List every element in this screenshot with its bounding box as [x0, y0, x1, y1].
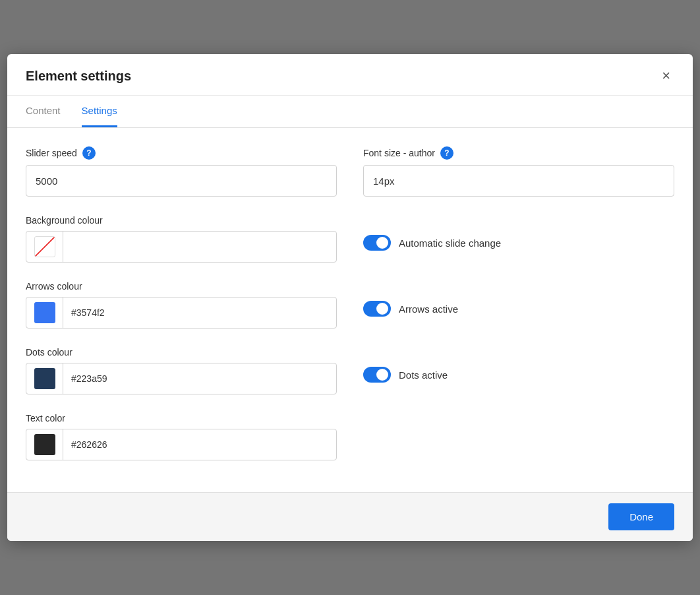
tabs-container: Content Settings	[7, 96, 693, 128]
dots-active-toggle[interactable]	[363, 367, 391, 383]
text-color-input-group	[26, 429, 337, 460]
font-size-label: Font size - author ?	[363, 146, 674, 160]
bg-colour-input-group	[26, 231, 337, 263]
modal-title: Element settings	[26, 69, 131, 84]
close-button[interactable]: ×	[658, 67, 674, 84]
group-dots-active: Dots active	[363, 347, 674, 394]
modal-dialog: Element settings × Content Settings Slid…	[7, 54, 693, 541]
arrows-colour-text-input[interactable]	[63, 298, 336, 328]
slider-speed-input[interactable]	[26, 165, 337, 197]
dots-colour-label: Dots colour	[26, 347, 337, 358]
group-background-colour: Background colour	[26, 215, 337, 263]
done-button[interactable]: Done	[608, 503, 674, 530]
modal-overlay: Element settings × Content Settings Slid…	[0, 0, 700, 595]
arrows-colour-label: Arrows colour	[26, 281, 337, 292]
dots-colour-swatch-inner	[34, 368, 55, 389]
group-arrows-colour: Arrows colour	[26, 281, 337, 329]
auto-slide-toggle[interactable]	[363, 235, 391, 251]
arrows-colour-swatch-inner	[34, 302, 55, 323]
bg-colour-label: Background colour	[26, 215, 337, 226]
dots-colour-text-input[interactable]	[63, 363, 336, 394]
modal-header: Element settings ×	[7, 54, 693, 96]
group-slider-speed: Slider speed ?	[26, 146, 337, 197]
group-arrows-active: Arrows active	[363, 281, 674, 329]
bg-colour-swatch[interactable]	[26, 232, 63, 262]
modal-footer: Done	[7, 492, 693, 541]
font-size-input[interactable]	[363, 165, 674, 197]
text-color-swatch[interactable]	[26, 429, 63, 460]
row-arrows: Arrows colour Ar	[26, 281, 674, 329]
group-empty-right	[363, 413, 674, 460]
tab-settings[interactable]: Settings	[82, 96, 117, 127]
row-bg-auto: Background colour	[26, 215, 674, 263]
arrows-colour-swatch[interactable]	[26, 298, 63, 328]
arrows-colour-input-group	[26, 297, 337, 329]
tab-content[interactable]: Content	[26, 96, 61, 127]
dots-active-label: Dots active	[399, 369, 448, 381]
group-dots-colour: Dots colour	[26, 347, 337, 394]
slider-speed-help-icon[interactable]: ?	[82, 146, 96, 160]
text-color-label: Text color	[26, 413, 337, 423]
arrows-active-label: Arrows active	[399, 303, 458, 315]
row-dots: Dots colour Dots	[26, 347, 674, 394]
text-color-text-input[interactable]	[63, 429, 336, 460]
group-font-size: Font size - author ?	[363, 146, 674, 197]
row-slider-font: Slider speed ? Font size - author ?	[26, 146, 674, 197]
auto-slide-label: Automatic slide change	[399, 237, 501, 249]
arrows-active-toggle[interactable]	[363, 301, 391, 317]
group-auto-slide: Automatic slide change	[363, 215, 674, 263]
bg-colour-swatch-empty	[34, 236, 55, 257]
modal-body: Slider speed ? Font size - author ?	[7, 128, 693, 492]
bg-colour-text-input[interactable]	[63, 232, 336, 262]
row-text-color: Text color	[26, 413, 674, 460]
arrows-active-toggle-group: Arrows active	[363, 301, 674, 317]
dots-colour-swatch[interactable]	[26, 363, 63, 394]
dots-active-toggle-group: Dots active	[363, 367, 674, 383]
slider-speed-label: Slider speed ?	[26, 146, 337, 160]
auto-slide-toggle-group: Automatic slide change	[363, 235, 674, 251]
group-text-color: Text color	[26, 413, 337, 460]
text-color-swatch-inner	[34, 434, 55, 455]
dots-colour-input-group	[26, 363, 337, 394]
font-size-help-icon[interactable]: ?	[440, 146, 453, 160]
